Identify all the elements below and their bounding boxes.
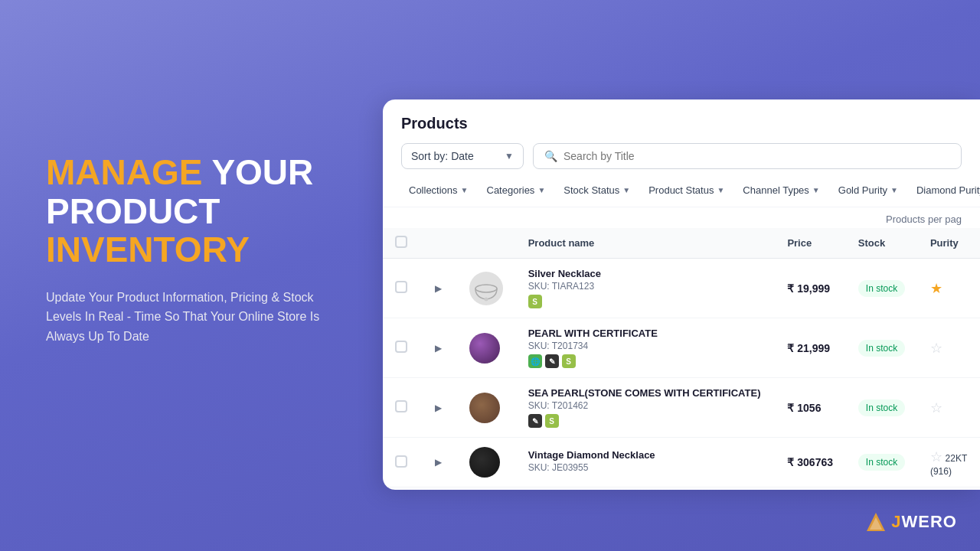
row2-product-sku: SKU: T201734 [528,341,763,351]
row1-stock-badge: In stock [858,280,905,297]
row1-product-info: Silver Necklace SKU: TIARA123 S [516,259,776,318]
select-all-checkbox[interactable] [395,236,407,248]
row4-checkbox[interactable] [395,455,407,468]
stock-status-chevron-icon: ▼ [622,186,630,194]
sort-select[interactable]: Sort by: Date ▼ [401,143,524,169]
row4-checkbox-cell [383,438,420,487]
filter-bar: Collections ▼ Categories ▼ Stock Status … [383,180,980,207]
row3-product-sku: SKU: T201462 [528,400,763,411]
toolbar: Sort by: Date ▼ 🔍 [401,143,962,169]
row3-checkbox-cell [383,378,420,438]
th-purity: Purity [918,228,980,259]
filter-diamond-purity[interactable]: Diamond Purity ▼ [909,180,980,201]
row3-channels: ✎ S [528,414,763,428]
row2-shopify-badge: S [562,354,576,368]
panel-header: Products Sort by: Date ▼ 🔍 [383,99,980,180]
filter-product-status[interactable]: Product Status ▼ [641,180,732,201]
row2-checkbox-cell [383,318,420,378]
filter-collections[interactable]: Collections ▼ [401,180,476,201]
row2-star-button[interactable]: ☆ [930,340,942,357]
table-row: ▶ PEARL WITH CERTIFICATE SKU: T201734 🌐 … [383,318,980,378]
row1-expand-button[interactable]: ▶ [432,280,445,297]
filter-channel-types[interactable]: Channel Types ▼ [735,180,827,201]
row1-star-button[interactable]: ★ [930,280,942,297]
sort-chevron-icon: ▼ [505,151,514,161]
row4-product-name: Vintage Diamond Necklace [528,449,763,461]
row1-expand-cell: ▶ [420,259,457,318]
logo-text: JWERO [891,512,957,532]
headline-inventory: INVENTORY [46,230,250,269]
channel-types-chevron-icon: ▼ [812,186,820,194]
row4-price: ₹ 306763 [787,456,833,468]
logo: JWERO [865,511,957,533]
row4-star-button[interactable]: ☆ [930,448,942,465]
row1-product-image [469,272,503,305]
row4-product-sku: SKU: JE03955 [528,462,763,473]
row3-product-info: SEA PEARL(STONE COMES WITH CERTIFICATE) … [516,378,776,438]
row4-purity-cell: ☆ 22KT(916) [918,438,980,487]
headline-product: PRODUCT [46,191,220,231]
row4-img-cell [457,438,516,487]
row4-expand-button[interactable]: ▶ [432,454,445,471]
row2-price-cell: ₹ 21,999 [775,318,845,378]
headline-manage: MANAGE [46,152,202,192]
products-per-page: Products per pag [383,207,980,228]
row4-product-info: Vintage Diamond Necklace SKU: JE03955 [516,438,776,487]
row1-price: ₹ 19,999 [787,282,830,295]
th-product-name: Product name [516,228,776,259]
row3-purity-cell: ☆ [918,378,980,438]
row3-expand-cell: ▶ [420,378,457,438]
row2-purity-cell: ☆ [918,318,980,378]
headline: MANAGE YOUR PRODUCT INVENTORY [46,153,352,269]
logo-icon [865,511,887,533]
row1-stock-cell: In stock [846,259,918,318]
th-price: Price [775,228,845,259]
row1-purity-cell: ★ [918,259,980,318]
row2-channels: 🌐 ✎ S [528,354,763,368]
row4-stock-cell: In stock [846,438,918,487]
filter-stock-status[interactable]: Stock Status ▼ [556,180,638,201]
row1-checkbox[interactable] [395,281,407,293]
row3-edit-badge: ✎ [528,414,542,428]
row1-channels: S [528,295,763,308]
svg-point-3 [485,297,488,301]
table-row: ▶ Silver Necklace SKU: TI [383,259,980,318]
filter-categories[interactable]: Categories ▼ [479,180,554,201]
search-input[interactable] [564,150,950,162]
table-container: Product name Price Stock Purity ▶ [383,228,980,490]
row2-expand-cell: ▶ [420,318,457,378]
product-panel: Products Sort by: Date ▼ 🔍 Collections ▼… [383,99,980,490]
row3-stock-badge: In stock [858,399,905,416]
row1-price-cell: ₹ 19,999 [775,259,845,318]
table-header-row: Product name Price Stock Purity [383,228,980,259]
row4-price-cell: ₹ 306763 [775,438,845,487]
search-box: 🔍 [533,143,962,169]
row3-price-cell: ₹ 1056 [775,378,845,438]
row3-product-image [469,393,500,423]
row2-stock-badge: In stock [858,340,905,357]
row1-product-name: Silver Necklace [528,268,763,279]
sort-label: Sort by: Date [411,150,474,162]
row2-expand-button[interactable]: ▶ [432,340,445,357]
search-icon: 🔍 [544,150,557,162]
row3-img-cell [457,378,516,438]
filter-gold-purity[interactable]: Gold Purity ▼ [831,180,906,201]
row3-expand-button[interactable]: ▶ [432,399,445,416]
products-table: Product name Price Stock Purity ▶ [383,228,980,487]
row2-checkbox[interactable] [395,341,407,353]
row3-checkbox[interactable] [395,400,407,412]
collections-chevron-icon: ▼ [461,186,469,194]
row2-edit-badge: ✎ [545,354,559,368]
row4-product-image [469,447,500,478]
product-status-chevron-icon: ▼ [717,186,724,194]
th-stock: Stock [846,228,918,259]
left-content: MANAGE YOUR PRODUCT INVENTORY Update You… [46,153,352,347]
svg-point-2 [475,285,497,292]
row2-product-image [469,333,500,364]
row3-price: ₹ 1056 [787,402,821,414]
row3-star-button[interactable]: ☆ [930,399,942,416]
row2-product-name: PEARL WITH CERTIFICATE [528,328,763,339]
table-row: ▶ SEA PEARL(STONE COMES WITH CERTIFICATE… [383,378,980,438]
th-img [457,228,516,259]
necklace-icon [472,275,500,302]
